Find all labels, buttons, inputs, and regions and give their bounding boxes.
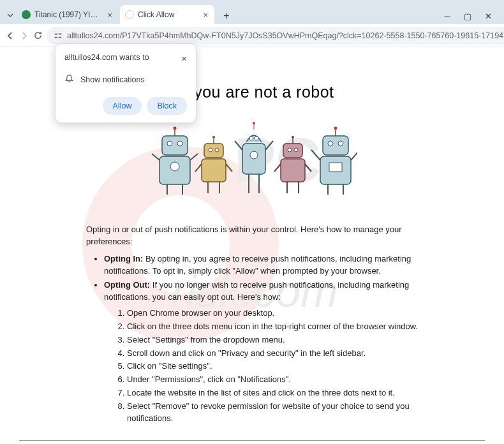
window-controls: ─ ▢ ✕ xyxy=(443,11,500,24)
close-button[interactable]: ✕ xyxy=(484,11,493,20)
step: Select "Remove" to revoke permission for… xyxy=(127,401,418,425)
minimize-button[interactable]: ─ xyxy=(443,11,452,20)
favicon-icon xyxy=(125,10,134,19)
svg-point-16 xyxy=(174,127,177,130)
step: Under "Permissions", click on "Notificat… xyxy=(127,374,418,386)
notification-permission-prompt: alltullos24.com wants to × Show notifica… xyxy=(55,43,196,123)
tab-title: Click Allow xyxy=(138,10,198,19)
browser-tab-2[interactable]: Click Allow × xyxy=(120,5,214,24)
svg-line-49 xyxy=(274,164,281,172)
favicon-icon xyxy=(22,10,31,19)
step: Select "Settings" from the dropdown menu… xyxy=(127,334,418,346)
svg-rect-3 xyxy=(59,36,61,38)
reload-button[interactable] xyxy=(33,29,43,43)
step: Open Chrome browser on your desktop. xyxy=(127,307,418,320)
svg-line-19 xyxy=(152,154,159,160)
address-bar[interactable]: alltullos24.com/P17VTka5P4hmMhDQw-FT0N5J… xyxy=(47,27,504,45)
svg-point-55 xyxy=(338,141,343,146)
block-button[interactable]: Block xyxy=(147,97,187,115)
svg-point-38 xyxy=(250,151,258,159)
content-box: Opting in or out of push notifications i… xyxy=(73,224,431,425)
step: Click on "Site settings". xyxy=(127,360,418,373)
svg-line-39 xyxy=(235,141,242,150)
new-tab-button[interactable]: + xyxy=(218,8,235,24)
svg-rect-23 xyxy=(204,144,223,158)
opt-in-item: Opting In: By opting in, you agree to re… xyxy=(104,253,418,278)
svg-point-57 xyxy=(334,127,337,130)
allow-button[interactable]: Allow xyxy=(103,97,142,115)
close-icon[interactable]: × xyxy=(106,10,114,20)
step: Click on the three dots menu icon in the… xyxy=(127,321,418,333)
svg-point-47 xyxy=(292,136,294,138)
browser-tab-1[interactable]: Titanic (1997) YIFY - Download × xyxy=(17,5,119,24)
svg-rect-48 xyxy=(281,159,305,182)
svg-point-18 xyxy=(170,162,179,171)
svg-point-14 xyxy=(177,141,182,146)
svg-point-45 xyxy=(294,148,298,152)
svg-point-33 xyxy=(249,137,253,140)
svg-point-24 xyxy=(209,148,212,152)
svg-point-36 xyxy=(253,122,255,124)
svg-line-20 xyxy=(190,154,198,160)
address-text: alltullos24.com/P17VTka5P4hmMhDQw-FT0N5J… xyxy=(67,31,504,40)
svg-rect-2 xyxy=(55,36,57,38)
svg-rect-0 xyxy=(55,33,57,34)
step: Locate the website in the list of sites … xyxy=(127,387,418,399)
tab-search-dropdown[interactable] xyxy=(4,6,17,24)
steps-list: Open Chrome browser on your desktop. Cli… xyxy=(104,307,418,425)
svg-line-30 xyxy=(226,164,232,172)
svg-rect-43 xyxy=(283,144,302,158)
back-button[interactable] xyxy=(5,29,15,43)
svg-rect-59 xyxy=(329,163,342,172)
svg-rect-12 xyxy=(162,136,188,155)
svg-rect-1 xyxy=(59,33,61,34)
svg-point-25 xyxy=(215,148,219,152)
opt-out-item: Opting Out: If you no longer wish to rec… xyxy=(104,279,418,424)
svg-point-27 xyxy=(212,136,215,138)
prompt-site-text: alltullos24.com wants to xyxy=(64,53,149,62)
svg-rect-53 xyxy=(323,136,348,155)
close-icon[interactable]: × xyxy=(202,10,209,20)
intro-text: Opting in or out of push notifications i… xyxy=(86,224,418,248)
window-titlebar: Titanic (1997) YIFY - Download × Click A… xyxy=(0,0,504,24)
tab-title: Titanic (1997) YIFY - Download xyxy=(34,10,102,19)
svg-line-60 xyxy=(311,150,320,160)
prompt-permission-text: Show notifications xyxy=(80,75,145,84)
svg-line-40 xyxy=(265,141,273,150)
bell-icon xyxy=(64,74,74,85)
svg-point-34 xyxy=(255,137,258,140)
step: Scroll down and click on "Privacy and se… xyxy=(127,348,418,360)
footer-text: Please review this information carefully… xyxy=(19,440,485,444)
svg-point-13 xyxy=(167,141,172,146)
svg-line-50 xyxy=(305,164,311,172)
svg-line-61 xyxy=(351,150,357,160)
svg-rect-28 xyxy=(202,159,226,182)
maximize-button[interactable]: ▢ xyxy=(463,11,472,20)
svg-point-44 xyxy=(288,148,292,152)
svg-point-54 xyxy=(328,141,333,146)
forward-button[interactable] xyxy=(19,29,29,43)
close-icon[interactable]: × xyxy=(181,53,187,64)
site-settings-icon[interactable] xyxy=(53,31,63,41)
svg-line-29 xyxy=(195,164,202,172)
